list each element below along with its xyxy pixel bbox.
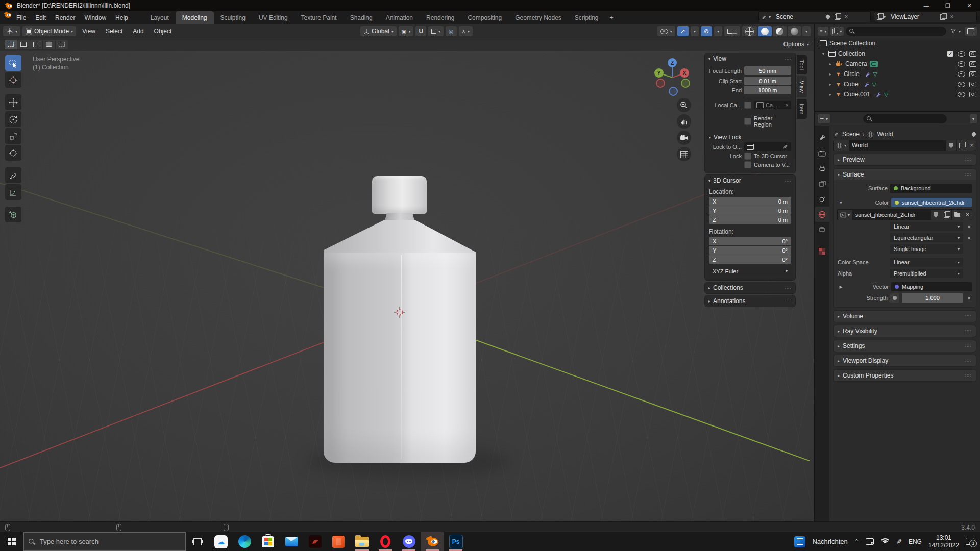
taskbar-dragon-center[interactable]	[303, 532, 327, 551]
tool-cursor[interactable]	[5, 72, 21, 88]
tab-viewlayer-properties[interactable]	[815, 176, 829, 191]
cursor-rot-y-field[interactable]: Y0°	[709, 246, 791, 255]
taskbar-edge[interactable]	[233, 532, 256, 551]
image-browse-button[interactable]: ▾	[838, 210, 853, 220]
menu-object[interactable]: Object	[150, 28, 176, 35]
scene-name[interactable]: Scene	[773, 12, 823, 22]
volume-panel-header[interactable]: ▸Volume∷∷	[834, 311, 976, 322]
start-button[interactable]	[0, 532, 23, 551]
tool-add-cube[interactable]	[5, 207, 21, 222]
menu-edit[interactable]: Edit	[31, 11, 51, 24]
collection-checkbox[interactable]: ✓	[947, 51, 953, 57]
gizmo-axis-z[interactable]: Z	[668, 58, 677, 67]
image-open-button[interactable]	[952, 210, 963, 220]
gizmo-axis-y[interactable]: Y	[654, 68, 664, 78]
render-visibility-icon[interactable]	[969, 82, 976, 87]
tab-compositing[interactable]: Compositing	[461, 11, 508, 24]
news-widget-label[interactable]: Nachrichten	[812, 538, 847, 545]
taskbar-onedrive[interactable]: ☁	[209, 532, 233, 551]
shading-wireframe-button[interactable]	[742, 26, 757, 36]
vector-field[interactable]: Mapping	[891, 282, 972, 291]
animate-dot[interactable]	[966, 226, 972, 228]
pen-icon[interactable]: ✎	[895, 539, 903, 544]
render-region-checkbox[interactable]	[744, 118, 751, 125]
new-viewlayer-button[interactable]	[938, 14, 947, 20]
render-visibility-icon[interactable]	[969, 71, 976, 77]
xray-toggle[interactable]	[724, 26, 740, 36]
gizmo-dropdown[interactable]: ▾	[691, 26, 699, 36]
taskbar-store[interactable]	[256, 532, 280, 551]
scene-browse-button[interactable]: ▾	[759, 12, 773, 22]
tab-object-properties[interactable]	[815, 222, 829, 237]
clip-start-field[interactable]: 0.01 m	[744, 77, 791, 85]
close-button[interactable]: ✕	[959, 0, 980, 11]
interpolation-dropdown[interactable]: Linear▾	[890, 222, 963, 231]
tool-annotate[interactable]	[5, 167, 21, 183]
tab-rendering[interactable]: Rendering	[420, 11, 461, 24]
shading-material-button[interactable]	[773, 26, 787, 36]
viewport-display-panel-header[interactable]: ▸Viewport Display∷∷	[834, 355, 976, 366]
collections-panel-header[interactable]: ▸Collections∷∷	[705, 282, 795, 293]
taskbar-photoshop[interactable]: Ps	[444, 532, 468, 551]
tab-world-properties[interactable]	[815, 207, 829, 222]
custom-properties-panel-header[interactable]: ▸Custom Properties∷∷	[834, 370, 976, 381]
camera-view-button[interactable]	[677, 131, 691, 145]
world-name-field[interactable]: World	[849, 140, 946, 151]
world-browse-button[interactable]: ▾	[834, 140, 849, 151]
rotation-order-dropdown[interactable]: XYZ Euler▾	[709, 267, 791, 276]
camera-to-view-checkbox[interactable]	[744, 161, 751, 168]
cast-icon[interactable]	[866, 538, 874, 545]
show-overlays-toggle[interactable]: ⊚	[701, 26, 712, 36]
menu-window[interactable]: Window	[80, 11, 111, 24]
blender-menu-icon[interactable]	[4, 11, 12, 19]
viewlayer-name[interactable]: ViewLayer	[888, 12, 938, 22]
local-camera-checkbox[interactable]	[744, 102, 751, 109]
bottle-body[interactable]	[324, 253, 476, 463]
outliner-row-cube[interactable]: ▸ ▼ Cube ▽	[815, 79, 980, 89]
hide-eye-icon[interactable]	[958, 71, 965, 77]
hide-eye-icon[interactable]	[958, 51, 965, 57]
fake-user-button[interactable]	[946, 140, 957, 151]
eyedropper-icon[interactable]	[783, 144, 789, 149]
cursor-loc-x-field[interactable]: X0 m	[709, 197, 791, 206]
animate-dot[interactable]	[966, 297, 972, 299]
surface-shader-field[interactable]: Background	[890, 184, 972, 193]
unlink-scene-button[interactable]: ×	[842, 13, 851, 20]
modifier-wrench-icon[interactable]	[863, 81, 870, 88]
outliner-search-field[interactable]	[846, 27, 946, 36]
tab-render-properties[interactable]	[815, 145, 829, 161]
render-visibility-icon[interactable]	[969, 51, 976, 57]
hide-eye-icon[interactable]	[958, 82, 965, 87]
hide-eye-icon[interactable]	[958, 61, 965, 67]
3d-cursor-panel-header[interactable]: ▾3D Cursor∷∷	[705, 175, 795, 186]
show-gizmo-toggle[interactable]: ↗	[677, 26, 689, 36]
outliner-editor-type-button[interactable]: ≡▾	[818, 27, 828, 36]
menu-help[interactable]: Help	[111, 11, 133, 24]
strength-input-socket[interactable]	[890, 293, 899, 303]
proportional-editing-toggle[interactable]: ◎	[446, 26, 457, 36]
strength-field[interactable]: 1.000	[902, 293, 963, 303]
snap-settings-dropdown[interactable]: ▾	[428, 26, 444, 36]
tool-measure[interactable]	[5, 184, 21, 200]
camera-data-icon[interactable]	[870, 61, 878, 67]
tab-tool-properties[interactable]	[815, 130, 829, 145]
zoom-button[interactable]	[677, 98, 691, 112]
overlays-dropdown[interactable]: ▾	[714, 26, 722, 36]
remove-viewlayer-button[interactable]: ×	[947, 13, 957, 20]
focal-length-field[interactable]: 50 mm	[744, 66, 791, 75]
color-texture-field[interactable]: sunset_jhbcentral_2k.hdr	[891, 198, 972, 207]
outliner-display-mode-dropdown[interactable]: ▾	[830, 27, 844, 36]
properties-editor-type-button[interactable]: ☰▾	[818, 114, 830, 123]
tab-texture-properties[interactable]	[815, 243, 829, 259]
image-fake-user-button[interactable]	[931, 210, 941, 220]
news-widget-icon[interactable]	[794, 536, 805, 547]
outliner-row-collection[interactable]: ▾ Collection ✓	[815, 48, 980, 59]
minimize-button[interactable]: —	[916, 0, 937, 11]
color-expand-icon[interactable]: ▼	[838, 201, 844, 205]
menu-file[interactable]: File	[12, 11, 31, 24]
select-mode-new[interactable]	[5, 40, 17, 49]
expand-icon[interactable]: ▸	[828, 72, 833, 77]
n-panel-tab-view[interactable]: View	[797, 76, 807, 97]
menu-add[interactable]: Add	[129, 28, 148, 35]
lock-to-object-field[interactable]	[744, 142, 791, 151]
